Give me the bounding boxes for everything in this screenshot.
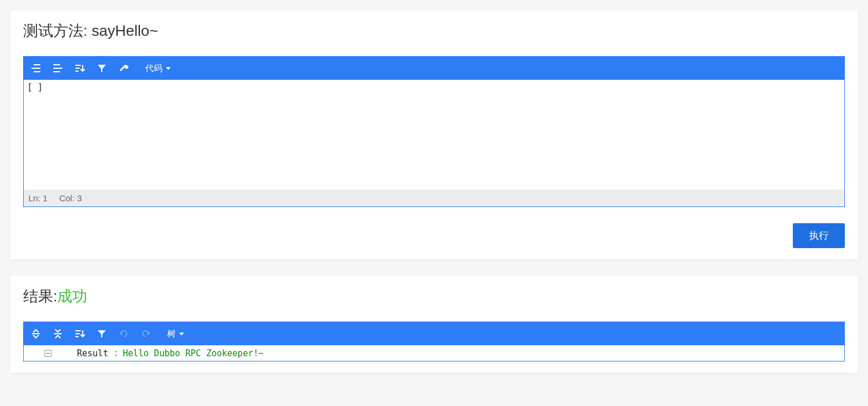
method-name: sayHello~ bbox=[91, 22, 158, 39]
test-method-title: 测试方法: sayHello~ bbox=[23, 21, 845, 41]
line-indicator: Ln: 1 bbox=[28, 193, 47, 203]
input-editor: 代码 [ ] Ln: 1 Col: 3 bbox=[23, 56, 845, 207]
chevron-down-icon bbox=[179, 333, 184, 335]
result-status: 成功 bbox=[57, 287, 87, 305]
code-mode-label: 代码 bbox=[145, 63, 162, 74]
result-title: 结果:成功 bbox=[23, 286, 845, 307]
filter-icon[interactable] bbox=[95, 327, 108, 340]
tree-gutter bbox=[27, 350, 55, 357]
column-indicator: Col: 3 bbox=[59, 193, 82, 203]
tree-mode-label: 树 bbox=[167, 329, 176, 339]
wrench-icon[interactable] bbox=[117, 62, 130, 75]
result-title-prefix: 结果: bbox=[23, 287, 57, 305]
undo-icon bbox=[117, 327, 130, 340]
result-body: Result ： Hello Dubbo RPC Zookeeper!~ bbox=[24, 345, 844, 361]
input-editor-toolbar: 代码 bbox=[24, 57, 844, 80]
format-outdent-icon[interactable] bbox=[51, 62, 64, 75]
editor-content: [ ] bbox=[27, 82, 43, 93]
title-prefix: 测试方法: bbox=[23, 22, 91, 39]
sort-icon[interactable] bbox=[73, 327, 86, 340]
collapse-box-icon[interactable] bbox=[45, 350, 51, 357]
test-method-card: 测试方法: sayHello~ 代码 [ ] bbox=[10, 10, 858, 260]
result-card: 结果:成功 树 bbox=[10, 276, 858, 373]
collapse-all-icon[interactable] bbox=[51, 327, 64, 340]
redo-icon bbox=[139, 327, 152, 340]
tree-value: Hello Dubbo RPC Zookeeper!~ bbox=[123, 348, 264, 359]
filter-icon[interactable] bbox=[95, 62, 108, 75]
input-editor-body[interactable]: [ ] bbox=[24, 80, 844, 190]
actions-row: 执行 bbox=[23, 223, 845, 248]
expand-all-icon[interactable] bbox=[29, 327, 42, 340]
editor-status-bar: Ln: 1 Col: 3 bbox=[24, 190, 844, 206]
chevron-down-icon bbox=[166, 67, 171, 70]
execute-button[interactable]: 执行 bbox=[793, 223, 845, 248]
format-indent-icon[interactable] bbox=[29, 62, 42, 75]
code-mode-dropdown[interactable]: 代码 bbox=[145, 63, 171, 74]
result-viewer: 树 Result ： Hello Dubbo RPC Zookeeper!~ bbox=[23, 322, 845, 361]
tree-row[interactable]: Result ： Hello Dubbo RPC Zookeeper!~ bbox=[27, 348, 841, 359]
tree-mode-dropdown[interactable]: 树 bbox=[167, 329, 184, 339]
tree-key: Result bbox=[77, 348, 108, 359]
tree-colon: ： bbox=[112, 348, 120, 359]
result-toolbar: 树 bbox=[24, 322, 844, 345]
sort-icon[interactable] bbox=[73, 62, 86, 75]
